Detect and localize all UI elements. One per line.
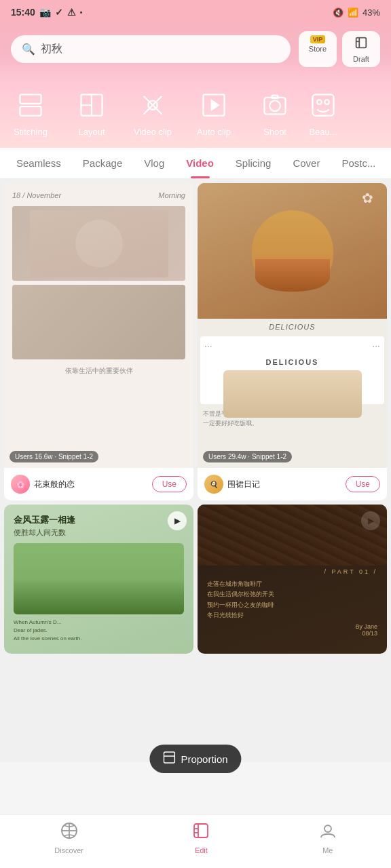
store-button[interactable]: VIP Store (299, 31, 337, 67)
autoclip-icon (200, 92, 227, 119)
proportion-label: Proportion (181, 753, 227, 765)
card4-part: / PART 01 / (207, 568, 377, 575)
card2-image-area: ✿ DELICIOUS ··· ··· DELICIOUS 不管是平常的生活，还… (198, 183, 387, 468)
burger-visual (252, 210, 333, 292)
card2-username: 围裙日记 (227, 479, 260, 490)
card1-use-button[interactable]: Use (152, 476, 187, 492)
content-grid: 18 / November Morning 依靠生活中的重要伙伴 Users 1… (0, 179, 391, 762)
card2-use-button[interactable]: Use (346, 476, 380, 492)
nav-discover[interactable]: Discover (54, 822, 83, 854)
layout-icon-wrap (74, 87, 109, 123)
card1-username: 花束般的恋 (34, 479, 75, 490)
tool-stitching[interactable]: Stitching (0, 87, 61, 137)
tab-splicing[interactable]: Splicing (225, 148, 282, 178)
autoclip-icon-wrap (196, 87, 231, 123)
svg-point-17 (317, 100, 322, 104)
tool-autoclip[interactable]: Auto clip (183, 87, 244, 137)
header: 🔍 初秋 VIP Store Draft (0, 24, 391, 81)
shoot-icon (261, 92, 288, 119)
proportion-popup[interactable]: Proportion (149, 745, 241, 773)
tool-shoot[interactable]: Shoot (244, 87, 305, 137)
card2-delicious: DELICIOUS (206, 355, 379, 366)
shoot-label: Shoot (263, 127, 286, 137)
card-2[interactable]: ✿ DELICIOUS ··· ··· DELICIOUS 不管是平常的生活，还… (198, 183, 387, 500)
tool-beauty[interactable]: Beau... (305, 87, 341, 137)
videoclip-label: Video clip (134, 127, 172, 137)
search-input-value: 初秋 (41, 42, 62, 56)
tool-layout[interactable]: Layout (61, 87, 122, 137)
photo-overlay (30, 210, 168, 277)
card2-sublabel: DELICIOUS (198, 319, 387, 334)
card2-footer: 🍳 围裙日记 Use (198, 468, 387, 500)
card1-date-right: Morning (158, 191, 185, 199)
card-4[interactable]: ▶ / PART 01 / 走落在城市角咖啡厅 在我生活偶尔松弛的开关 预约一杯… (198, 505, 387, 654)
draft-button[interactable]: Draft (342, 31, 380, 67)
card2-drink-visual (223, 370, 362, 418)
stitching-icon (17, 92, 44, 119)
beauty-icon (310, 92, 337, 119)
card2-bottom: ··· ··· DELICIOUS (200, 336, 384, 404)
status-bar: 15:40 📷 ✓ ⚠ • 🔇 📶 43% (0, 0, 391, 24)
card3-play-button[interactable]: ▶ (168, 511, 187, 530)
nav-edit[interactable]: Edit (192, 822, 210, 854)
discover-label: Discover (54, 846, 83, 854)
edit-label: Edit (195, 846, 208, 854)
svg-rect-24 (194, 824, 208, 837)
discover-icon (60, 822, 78, 844)
draft-label: Draft (353, 55, 369, 63)
card2-badge: Users 29.4w · Snippet 1-2 (203, 451, 292, 462)
tab-vlog[interactable]: Vlog (133, 148, 175, 178)
tabs-container: Seamless Package Vlog Video Splicing Cov… (0, 148, 391, 179)
tool-videoclip[interactable]: Video clip (122, 87, 183, 137)
card1-photo-top-wrap (12, 206, 185, 281)
card4-byline: By Jane (207, 623, 377, 630)
card4-body: 走落在城市角咖啡厅 在我生活偶尔松弛的开关 预约一杯用心之友的咖啡 冬日光线恰好 (207, 579, 377, 620)
me-label: Me (322, 846, 333, 854)
card3-subtitle: 便胜却人间无数 (14, 528, 184, 538)
vip-badge: VIP (310, 35, 326, 43)
svg-rect-15 (272, 96, 278, 98)
card1-user: 🌸 花束般的恋 (11, 475, 75, 494)
beauty-icon-wrap (305, 87, 341, 123)
tab-postcard[interactable]: Postc... (331, 148, 386, 178)
card3-photo (14, 543, 184, 614)
flower-decoration: ✿ (362, 190, 373, 206)
card4-image-area: ▶ / PART 01 / 走落在城市角咖啡厅 在我生活偶尔松弛的开关 预约一杯… (198, 505, 387, 654)
svg-marker-12 (211, 99, 220, 111)
videoclip-icon-wrap (135, 87, 170, 123)
toolbar: Stitching Layout Video clip (0, 81, 391, 148)
svg-rect-0 (356, 38, 367, 48)
shoot-icon-wrap (257, 87, 293, 123)
card-3[interactable]: ▶ 金风玉露一相逢 便胜却人间无数 When Autumn's D... Dea… (4, 505, 193, 654)
card1-photo-bottom (12, 285, 185, 359)
videoclip-icon (139, 92, 166, 119)
card2-dots-left: ··· (204, 340, 212, 351)
svg-point-14 (269, 100, 280, 111)
svg-point-28 (324, 825, 331, 832)
tab-seamless[interactable]: Seamless (5, 148, 72, 178)
store-label: Store (309, 45, 327, 53)
search-bar[interactable]: 🔍 初秋 (11, 35, 291, 63)
tab-cover[interactable]: Cover (282, 148, 331, 178)
card1-photo-top (12, 206, 185, 281)
autoclip-label: Auto clip (197, 127, 231, 137)
card2-top: ✿ (198, 183, 387, 319)
beauty-label: Beau... (309, 127, 337, 137)
svg-rect-19 (164, 752, 174, 763)
card2-dots-right: ··· (372, 340, 380, 351)
svg-rect-3 (20, 94, 41, 103)
card3-eng-text: When Autumn's D... Dear of jades. All th… (14, 618, 184, 643)
card1-image-area: 18 / November Morning 依靠生活中的重要伙伴 Users 1… (4, 183, 193, 468)
nav-me[interactable]: Me (319, 822, 337, 854)
me-icon (319, 822, 337, 844)
edit-icon (192, 822, 210, 844)
layout-icon (78, 92, 105, 119)
tab-video[interactable]: Video (175, 148, 225, 178)
tab-package[interactable]: Package (72, 148, 133, 178)
card2-avatar: 🍳 (204, 475, 223, 494)
card1-footer: 🌸 花束般的恋 Use (4, 468, 193, 500)
card3-title: 金风玉露一相逢 (14, 514, 184, 526)
card3-image-area: ▶ 金风玉露一相逢 便胜却人间无数 When Autumn's D... Dea… (4, 505, 193, 654)
bottom-nav: Discover Edit Me (0, 814, 391, 868)
card-1[interactable]: 18 / November Morning 依靠生活中的重要伙伴 Users 1… (4, 183, 193, 500)
